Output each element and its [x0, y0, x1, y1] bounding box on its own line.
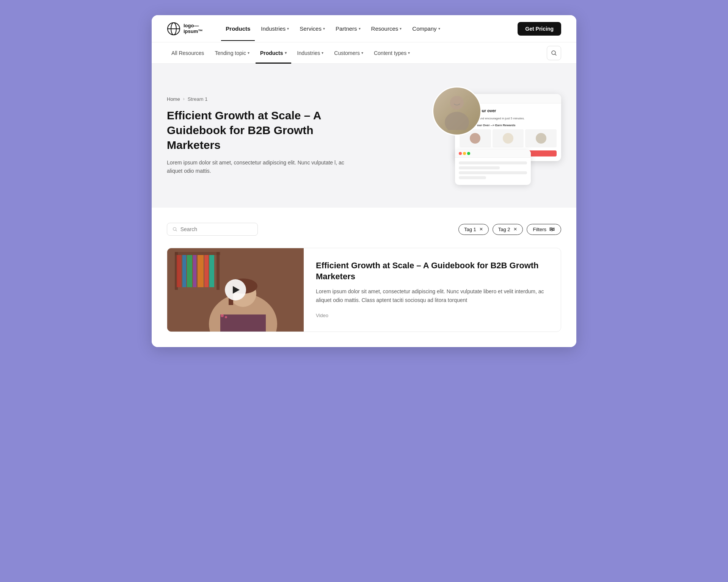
tag2-label: Tag 2: [498, 227, 510, 232]
main-navigation: logo— ipsum™ Products Industries ▾ Servi…: [152, 15, 576, 42]
card-image: [167, 248, 304, 332]
play-icon: [233, 286, 240, 294]
svg-point-5: [450, 96, 464, 110]
svg-rect-23: [193, 255, 196, 287]
svg-line-8: [176, 230, 177, 231]
nav-items: Products Industries ▾ Services ▾ Partner…: [221, 22, 518, 35]
chevron-down-icon: ▾: [287, 27, 289, 31]
svg-point-12: [550, 227, 552, 229]
svg-rect-20: [177, 255, 181, 287]
overlay-row-1: [459, 161, 527, 164]
overlay-mockup-header: [455, 150, 531, 158]
person-avatar: [432, 86, 482, 136]
overlay-row-3: [459, 171, 527, 174]
hero-image-area: ▶ the pour over Stay informed and encour…: [432, 86, 561, 185]
chevron-down-icon: ▾: [285, 51, 287, 55]
chevron-down-icon: ▾: [248, 51, 249, 55]
svg-rect-21: [182, 255, 186, 287]
card-body: Efficient Growth at Scale – A Guidebook …: [304, 248, 561, 332]
hero-title: Efficient Growth at Scale – A Guidebook …: [167, 108, 349, 152]
nav-item-company[interactable]: Company ▾: [408, 22, 444, 35]
nav-item-industries[interactable]: Industries ▾: [256, 22, 293, 35]
mockup-product-image-1: [470, 133, 480, 144]
svg-rect-19: [217, 252, 220, 290]
subnav-industries[interactable]: Industries ▾: [293, 47, 328, 59]
overlay-row-4: [459, 176, 486, 179]
overlay-min-dot: [463, 152, 466, 155]
tag1-remove-icon[interactable]: ✕: [479, 227, 483, 232]
mockup-product-3: [525, 129, 557, 147]
subnav-trending-topic[interactable]: Tending topic ▾: [210, 47, 254, 59]
search-icon-button[interactable]: [547, 46, 561, 60]
svg-point-33: [225, 316, 227, 318]
svg-point-32: [221, 314, 224, 317]
search-box[interactable]: [167, 223, 258, 236]
chevron-down-icon: ▾: [361, 51, 363, 55]
svg-rect-17: [175, 252, 220, 255]
subnav-content-types[interactable]: Content types ▾: [369, 47, 414, 59]
person-silhouette: [442, 92, 472, 130]
logo[interactable]: logo— ipsum™: [167, 22, 203, 36]
svg-rect-22: [187, 255, 192, 287]
mockup-product-image-3: [536, 133, 546, 144]
search-filters-row: Tag 1 ✕ Tag 2 ✕ Filters: [167, 223, 561, 236]
chevron-down-icon: ▾: [438, 27, 440, 31]
breadcrumb: Home › Stream 1: [167, 96, 349, 102]
logo-text: logo— ipsum™: [184, 23, 203, 34]
mockup-product-image-2: [503, 133, 513, 144]
overlay-max-dot: [467, 152, 470, 155]
chevron-down-icon: ▾: [322, 51, 323, 55]
svg-line-4: [555, 54, 556, 55]
hero-text: Home › Stream 1 Efficient Growth at Scal…: [167, 96, 349, 175]
subnav-products[interactable]: Products ▾: [256, 47, 291, 59]
sub-navigation: All Resources Tending topic ▾ Products ▾…: [152, 42, 576, 64]
nav-item-partners[interactable]: Partners ▾: [331, 22, 365, 35]
svg-rect-26: [209, 255, 214, 287]
card-tag: Video: [316, 313, 328, 318]
breadcrumb-separator: ›: [183, 96, 185, 102]
content-section: Tag 1 ✕ Tag 2 ✕ Filters: [152, 208, 576, 347]
overlay-mockup-body: [455, 158, 531, 185]
nav-item-products[interactable]: Products: [221, 22, 255, 35]
logo-icon: [167, 22, 180, 36]
tag1-label: Tag 1: [464, 227, 476, 232]
svg-point-6: [445, 112, 469, 130]
overlay-row-2: [459, 166, 500, 169]
mockup-product-2: [493, 129, 524, 147]
subnav-all-resources[interactable]: All Resources: [167, 47, 209, 59]
subnav-customers[interactable]: Customers ▾: [329, 47, 368, 59]
chevron-down-icon: ▾: [408, 51, 410, 55]
search-input[interactable]: [180, 226, 252, 232]
play-button[interactable]: [225, 279, 246, 300]
search-icon: [551, 50, 557, 56]
get-pricing-button[interactable]: Get Pricing: [518, 22, 561, 36]
breadcrumb-home[interactable]: Home: [167, 96, 180, 102]
search-icon: [173, 227, 177, 232]
card-description: Lorem ipsum dolor sit amet, consectetur …: [316, 287, 549, 304]
tag2-chip[interactable]: Tag 2 ✕: [493, 224, 523, 235]
mockup-products: [460, 129, 557, 147]
chevron-down-icon: ▾: [323, 27, 325, 31]
nav-item-services[interactable]: Services ▾: [295, 22, 329, 35]
svg-rect-24: [198, 255, 204, 287]
chevron-down-icon: ▾: [359, 27, 361, 31]
chevron-down-icon: ▾: [400, 27, 402, 31]
nav-item-resources[interactable]: Resources ▾: [367, 22, 406, 35]
article-card[interactable]: Efficient Growth at Scale – A Guidebook …: [167, 248, 561, 332]
svg-point-14: [551, 230, 552, 231]
hero-description: Lorem ipsum dolor sit amet, consectetur …: [167, 158, 349, 175]
tag1-chip[interactable]: Tag 1 ✕: [458, 224, 489, 235]
card-title: Efficient Growth at Scale – A Guidebook …: [316, 260, 549, 282]
hero-section: Home › Stream 1 Efficient Growth at Scal…: [152, 64, 576, 208]
filters-button[interactable]: Filters: [527, 224, 561, 235]
filters-label: Filters: [533, 227, 546, 232]
filters-icon: [549, 227, 555, 231]
overlay-close-dot: [459, 152, 462, 155]
filters-right: Tag 1 ✕ Tag 2 ✕ Filters: [458, 224, 561, 235]
overlay-mockup: [455, 150, 531, 185]
tag2-remove-icon[interactable]: ✕: [513, 227, 517, 232]
svg-rect-31: [220, 314, 266, 332]
svg-point-13: [552, 228, 554, 230]
svg-rect-25: [204, 255, 209, 287]
breadcrumb-stream: Stream 1: [188, 96, 208, 102]
